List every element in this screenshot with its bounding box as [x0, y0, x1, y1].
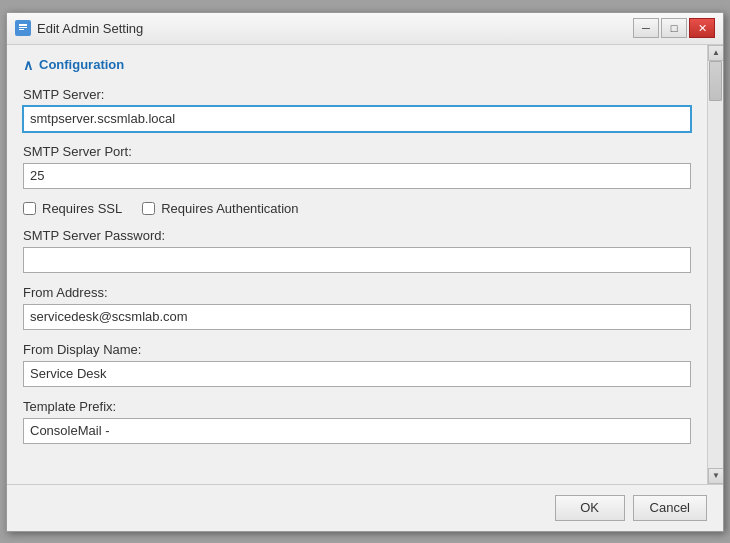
requires-authentication-checkbox[interactable] — [142, 202, 155, 215]
requires-authentication-checkbox-item[interactable]: Requires Authentication — [142, 201, 298, 216]
requires-ssl-checkbox[interactable] — [23, 202, 36, 215]
from-display-name-input[interactable] — [23, 361, 691, 387]
smtp-port-group: SMTP Server Port: — [23, 144, 691, 189]
smtp-port-label: SMTP Server Port: — [23, 144, 691, 159]
template-prefix-label: Template Prefix: — [23, 399, 691, 414]
minimize-button[interactable]: ─ — [633, 18, 659, 38]
from-address-group: From Address: — [23, 285, 691, 330]
close-button[interactable]: ✕ — [689, 18, 715, 38]
title-bar-left: Edit Admin Setting — [15, 20, 143, 36]
smtp-server-label: SMTP Server: — [23, 87, 691, 102]
scrollbar-thumb[interactable] — [709, 61, 722, 101]
from-address-input[interactable] — [23, 304, 691, 330]
smtp-password-label: SMTP Server Password: — [23, 228, 691, 243]
scroll-down-button[interactable]: ▼ — [708, 468, 723, 484]
footer: OK Cancel — [7, 484, 723, 531]
smtp-server-group: SMTP Server: — [23, 87, 691, 132]
template-prefix-input[interactable] — [23, 418, 691, 444]
title-bar: Edit Admin Setting ─ □ ✕ — [7, 13, 723, 45]
ok-button[interactable]: OK — [555, 495, 625, 521]
scroll-up-button[interactable]: ▲ — [708, 45, 723, 61]
section-collapse-icon[interactable]: ∧ — [23, 57, 33, 73]
requires-ssl-checkbox-item[interactable]: Requires SSL — [23, 201, 122, 216]
smtp-password-group: SMTP Server Password: — [23, 228, 691, 273]
from-display-name-group: From Display Name: — [23, 342, 691, 387]
content-area: ∧ Configuration SMTP Server: SMTP Server… — [7, 45, 707, 484]
cancel-button[interactable]: Cancel — [633, 495, 707, 521]
window-icon — [15, 20, 31, 36]
checkbox-group: Requires SSL Requires Authentication — [23, 201, 691, 216]
window-title: Edit Admin Setting — [37, 21, 143, 36]
smtp-port-input[interactable] — [23, 163, 691, 189]
svg-rect-2 — [19, 27, 27, 28]
vertical-scrollbar: ▲ ▼ — [707, 45, 723, 484]
restore-button[interactable]: □ — [661, 18, 687, 38]
svg-rect-1 — [19, 24, 27, 26]
svg-rect-3 — [19, 29, 24, 30]
smtp-server-input[interactable] — [23, 106, 691, 132]
from-address-label: From Address: — [23, 285, 691, 300]
template-prefix-group: Template Prefix: — [23, 399, 691, 444]
title-bar-controls: ─ □ ✕ — [633, 18, 715, 38]
section-header-label: Configuration — [39, 57, 124, 72]
requires-ssl-label: Requires SSL — [42, 201, 122, 216]
from-display-name-label: From Display Name: — [23, 342, 691, 357]
scrollbar-track[interactable] — [708, 61, 723, 468]
window-body: ∧ Configuration SMTP Server: SMTP Server… — [7, 45, 723, 484]
smtp-password-input[interactable] — [23, 247, 691, 273]
edit-admin-setting-window: Edit Admin Setting ─ □ ✕ ∧ Configuration… — [6, 12, 724, 532]
requires-authentication-label: Requires Authentication — [161, 201, 298, 216]
section-header: ∧ Configuration — [23, 57, 691, 73]
